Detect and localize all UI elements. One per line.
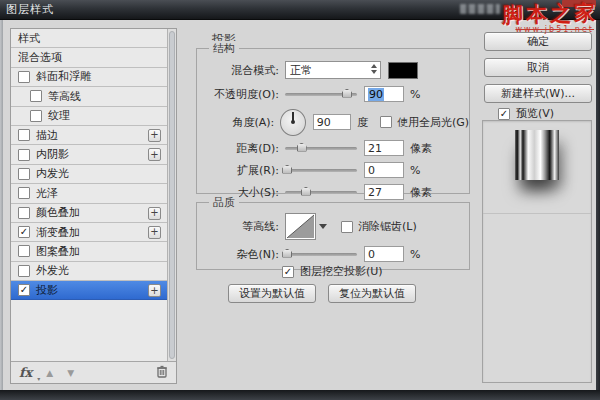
checkbox[interactable] [18,226,30,238]
add-effect-icon[interactable] [148,207,161,220]
opacity-unit: % [410,88,420,101]
noise-value: 0 [368,248,375,261]
antialias-checkbox[interactable] [341,221,353,233]
checkbox[interactable] [18,187,30,199]
noise-field[interactable]: 0 [364,246,404,262]
sidebar-item-label: 图案叠加 [36,244,80,259]
checkbox[interactable] [18,265,30,277]
spread-slider[interactable] [285,169,357,172]
antialias-label: 消除锯齿(L) [358,219,417,234]
sidebar-scrollbar[interactable] [167,29,176,361]
use-global-light-checkbox[interactable] [380,116,392,128]
sidebar-item-drop-shadow[interactable]: 投影 [11,281,167,300]
structure-group-label: 结构 [209,41,239,56]
contour-dropdown-icon[interactable] [319,224,327,229]
spread-label: 扩展(R): [199,163,285,178]
opacity-label: 不透明度(O): [199,87,285,102]
add-effect-icon[interactable] [148,226,161,239]
checkbox[interactable] [18,245,30,257]
sidebar-item-label: 投影 [36,283,58,298]
fx-menu-icon[interactable]: fx [19,365,32,380]
blend-mode-label: 混合模式: [199,63,285,78]
slider-thumb[interactable] [342,89,352,98]
styles-sidebar: 样式 混合选项 斜面和浮雕 等高线 纹理 描边 [10,28,177,384]
checkbox[interactable] [18,149,30,161]
add-effect-icon[interactable] [148,129,161,142]
angle-field[interactable]: 90 [313,114,351,130]
sidebar-item-label: 外发光 [36,263,69,278]
sidebar-item-bevel-emboss[interactable]: 斜面和浮雕 [11,68,167,87]
make-default-button[interactable]: 设置为默认值 [228,284,316,303]
checkbox[interactable] [18,71,30,83]
style-preview-thumbnail [483,121,591,214]
dialog-titlebar[interactable]: 图层样式 [0,0,600,20]
sidebar-item-label: 混合选项 [18,50,62,65]
quality-group: 品质 等高线: 消除锯齿(L) 杂色(N): 0 % [196,202,470,270]
add-effect-icon[interactable] [148,148,161,161]
checkbox[interactable] [30,110,42,122]
sidebar-item-stroke[interactable]: 描边 [11,126,167,145]
structure-group: 结构 混合模式: 正常 不透明度(O): 90 % 角度(A): 90 度 [196,48,470,194]
layer-knockout-checkbox[interactable] [282,266,294,278]
move-down-icon[interactable]: ▼ [67,368,74,378]
sidebar-item-label: 斜面和浮雕 [36,69,91,84]
ok-button[interactable]: 确定 [484,32,592,51]
sidebar-item-blending-options[interactable]: 混合选项 [11,48,167,67]
sidebar-item-inner-glow[interactable]: 内发光 [11,165,167,184]
noise-label: 杂色(N): [199,247,285,262]
preview-row: 预览(V) [498,106,554,121]
sidebar-item-satin[interactable]: 光泽 [11,184,167,203]
sidebar-item-label: 颜色叠加 [36,205,80,220]
size-field[interactable]: 27 [364,184,404,200]
add-effect-icon[interactable] [148,284,161,297]
window-bottom-edge [0,390,600,400]
use-global-light-label: 使用全局光(G) [397,115,469,130]
contour-picker[interactable] [285,213,316,240]
spread-field[interactable]: 0 [364,162,404,178]
checkbox[interactable] [18,207,30,219]
sidebar-item-outer-glow[interactable]: 外发光 [11,262,167,281]
angle-unit: 度 [357,115,368,130]
preview-checkbox[interactable] [498,108,510,120]
sidebar-item-contour[interactable]: 等高线 [11,87,167,106]
angle-dial[interactable] [280,109,306,136]
slider-thumb[interactable] [301,187,311,196]
opacity-slider[interactable] [285,93,357,96]
distance-slider[interactable] [285,147,357,150]
checkbox[interactable] [18,168,30,180]
checkbox[interactable] [18,129,30,141]
quality-group-label: 品质 [209,195,239,210]
angle-label: 角度(A): [199,115,280,130]
blend-mode-select[interactable]: 正常 [285,61,381,79]
slider-thumb[interactable] [297,143,307,152]
size-unit: 像素 [410,185,432,200]
checkbox[interactable] [30,90,42,102]
sidebar-item-inner-shadow[interactable]: 内阴影 [11,145,167,164]
knockout-row: 图层挖空投影(U) [282,264,383,279]
delete-effect-icon[interactable] [156,365,168,381]
size-slider[interactable] [285,191,357,194]
checkbox[interactable] [18,284,30,296]
move-up-icon[interactable]: ▲ [46,368,53,378]
scrollbar-thumb[interactable] [169,31,175,359]
distance-field[interactable]: 21 [364,140,404,156]
noise-row: 杂色(N): 0 % [199,246,469,262]
preview-panel [482,120,592,383]
dialog-title: 图层样式 [0,2,54,17]
distance-row: 距离(D): 21 像素 [199,140,469,156]
sidebar-item-texture[interactable]: 纹理 [11,107,167,126]
noise-unit: % [410,248,420,261]
new-style-button[interactable]: 新建样式(W)... [484,84,592,103]
opacity-value: 90 [368,88,384,101]
sidebar-item-gradient-overlay[interactable]: 渐变叠加 [11,223,167,242]
sidebar-item-pattern-overlay[interactable]: 图案叠加 [11,242,167,261]
sidebar-item-color-overlay[interactable]: 颜色叠加 [11,204,167,223]
spread-value: 0 [368,164,375,177]
shadow-color-swatch[interactable] [388,62,418,79]
sidebar-item-styles[interactable]: 样式 [11,29,167,48]
angle-value: 90 [317,116,331,129]
opacity-field[interactable]: 90 [364,86,404,102]
cancel-button[interactable]: 取消 [484,58,592,77]
reset-default-button[interactable]: 复位为默认值 [328,284,416,303]
noise-slider[interactable] [285,253,357,256]
